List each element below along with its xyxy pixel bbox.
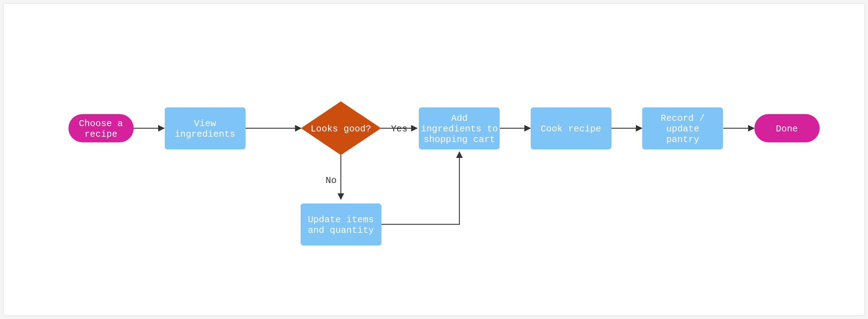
node-done: Done <box>754 114 820 142</box>
node-start: Choose a recipe <box>68 114 134 142</box>
node-cook-recipe: Cook recipe <box>531 107 611 149</box>
svg-text:View: View <box>194 118 216 129</box>
node-add-ingredients: Add ingredients to shopping cart <box>419 107 500 149</box>
svg-text:Choose a: Choose a <box>79 118 123 129</box>
svg-text:shopping cart: shopping cart <box>424 134 495 145</box>
svg-text:Cook recipe: Cook recipe <box>541 124 601 134</box>
edge-decision-yes: Yes <box>380 124 417 134</box>
node-decision-looks-good: Looks good? <box>301 101 381 155</box>
flowchart-canvas: Yes No Choose a recipe View ingredients … <box>3 3 865 316</box>
node-record-pantry: Record / update pantry <box>642 107 723 149</box>
svg-text:Record /: Record / <box>661 113 705 124</box>
svg-text:recipe: recipe <box>84 129 117 140</box>
svg-text:Looks good?: Looks good? <box>311 124 371 134</box>
edge-label-yes: Yes <box>391 124 408 134</box>
node-update-items: Update items and quantity <box>301 203 381 246</box>
edge-label-no: No <box>326 175 337 186</box>
svg-text:ingredients to: ingredients to <box>421 124 498 134</box>
edge-update-to-add <box>381 152 459 224</box>
node-view-ingredients: View ingredients <box>165 107 246 149</box>
svg-text:and quantity: and quantity <box>308 225 374 236</box>
edge-decision-no: No <box>326 154 341 199</box>
svg-text:pantry: pantry <box>666 134 699 145</box>
svg-text:Done: Done <box>776 124 798 134</box>
svg-text:update: update <box>666 124 699 134</box>
svg-text:Update items: Update items <box>308 214 374 225</box>
svg-text:Add: Add <box>451 113 468 124</box>
svg-text:ingredients: ingredients <box>175 129 235 140</box>
